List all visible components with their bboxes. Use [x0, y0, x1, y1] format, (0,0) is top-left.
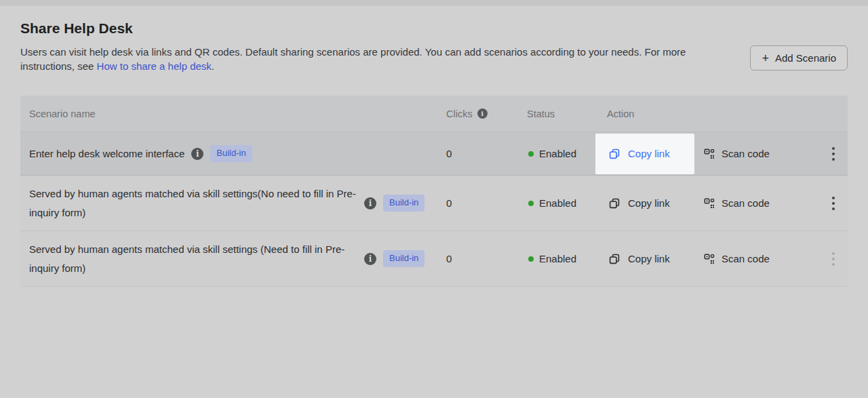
more-menu-icon[interactable] [829, 250, 837, 268]
more-cell [808, 250, 854, 268]
page-description: Users can visit help desk via links and … [20, 45, 731, 73]
build-in-badge: Build-in [383, 195, 425, 212]
build-in-badge: Build-in [383, 250, 425, 267]
status-label: Enabled [539, 197, 576, 209]
table-header-row: Scenario name Clicks i Status Action [20, 96, 848, 132]
column-header-action: Action [595, 108, 808, 119]
scenario-name: Served by human agents matched via skill… [29, 184, 357, 222]
how-to-share-link[interactable]: How to share a help desk [97, 60, 212, 72]
clicks-value: 0 [446, 197, 527, 209]
scenario-cell: Served by human agents matched via skill… [20, 240, 446, 278]
scan-code-label: Scan code [722, 148, 770, 159]
status-dot-icon [528, 151, 534, 157]
more-cell [808, 144, 854, 163]
scan-code-label: Scan code [722, 253, 770, 264]
scenario-table: Scenario name Clicks i Status Action Ent… [20, 96, 848, 287]
add-scenario-label: Add Scenario [775, 52, 836, 64]
clicks-info-icon[interactable]: i [477, 108, 488, 119]
table-row: Served by human agents matched via skill… [20, 175, 848, 231]
copy-link-label: Copy link [628, 197, 670, 209]
status-cell: Enabled [527, 197, 595, 209]
more-menu-icon[interactable] [829, 144, 837, 163]
copy-link-label: Copy link [628, 148, 670, 159]
scan-code-button[interactable]: Scan code [704, 148, 770, 159]
status-dot-icon [528, 256, 534, 262]
action-cell: Copy link Scan code [595, 231, 808, 286]
more-menu-icon[interactable] [829, 194, 837, 213]
info-icon[interactable]: i [364, 197, 376, 210]
status-cell: Enabled [527, 148, 595, 159]
scenario-cell: Served by human agents matched via skill… [20, 184, 446, 222]
column-header-clicks: Clicks i [446, 108, 527, 119]
qr-code-icon [704, 198, 715, 209]
copy-icon [609, 148, 620, 159]
top-edge-strip [0, 0, 868, 6]
page-title: Share Help Desk [20, 20, 848, 37]
status-label: Enabled [539, 148, 576, 159]
scan-code-label: Scan code [722, 197, 770, 209]
description-row: Users can visit help desk via links and … [20, 45, 848, 73]
scenario-cell: Enter help desk welcome interface i Buil… [20, 144, 446, 163]
table-row: Enter help desk welcome interface i Buil… [20, 132, 848, 175]
scan-code-button[interactable]: Scan code [704, 197, 770, 209]
qr-code-icon [704, 254, 715, 264]
copy-icon [609, 254, 620, 264]
info-icon[interactable]: i [191, 148, 203, 160]
table-row: Served by human agents matched via skill… [20, 231, 848, 286]
scenario-name: Served by human agents matched via skill… [29, 240, 357, 278]
copy-link-button[interactable]: Copy link [595, 176, 694, 231]
copy-link-button[interactable]: Copy link [595, 231, 694, 286]
scenario-name: Enter help desk welcome interface [29, 144, 184, 163]
column-header-status: Status [527, 108, 595, 119]
description-period: . [212, 60, 214, 72]
status-cell: Enabled [527, 253, 595, 264]
info-icon[interactable]: i [364, 253, 376, 265]
copy-icon [609, 198, 620, 209]
status-dot-icon [528, 201, 534, 206]
action-cell: Copy link Scan code [595, 176, 808, 231]
share-help-desk-panel: Share Help Desk Users can visit help des… [0, 20, 868, 287]
copy-link-label: Copy link [628, 253, 670, 264]
plus-icon: + [762, 52, 769, 64]
clicks-header-label: Clicks [446, 108, 473, 119]
build-in-badge: Build-in [210, 145, 252, 162]
status-label: Enabled [539, 253, 576, 264]
qr-code-icon [704, 148, 715, 159]
clicks-value: 0 [446, 148, 527, 159]
copy-link-button[interactable]: Copy link [595, 134, 694, 174]
clicks-value: 0 [446, 253, 527, 264]
column-header-scenario-name: Scenario name [20, 108, 446, 119]
more-cell [808, 194, 854, 213]
add-scenario-button[interactable]: + Add Scenario [750, 45, 848, 71]
scan-code-button[interactable]: Scan code [704, 253, 770, 264]
action-cell: Copy link Scan code [595, 132, 808, 175]
